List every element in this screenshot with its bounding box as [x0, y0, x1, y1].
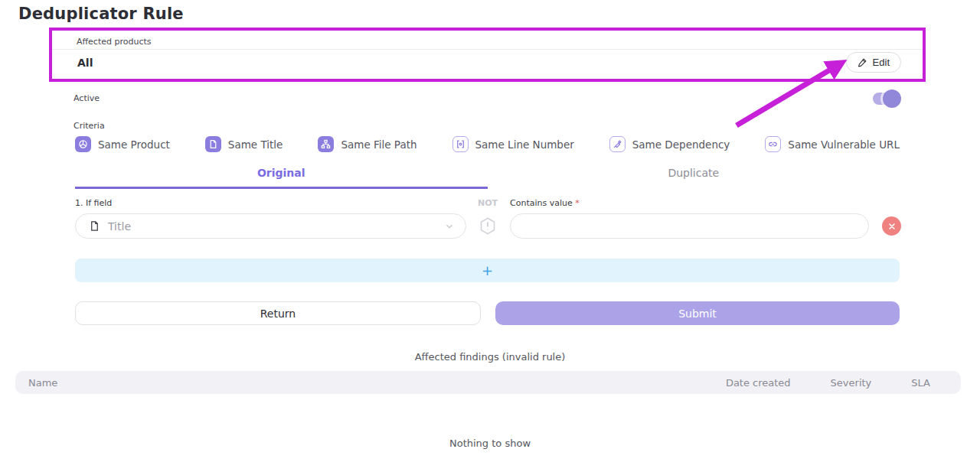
criterion-label: Same Product [98, 138, 170, 151]
empty-state-text: Nothing to show [0, 438, 980, 449]
plus-icon: + [482, 262, 493, 278]
criterion-label: Same Dependency [632, 138, 730, 151]
contains-value-input[interactable] [510, 213, 869, 239]
dependency-icon [609, 136, 626, 152]
divider [52, 49, 923, 50]
line-number-icon [452, 136, 469, 152]
criteria-label: Criteria [74, 121, 105, 131]
add-condition-button[interactable]: + [75, 259, 900, 282]
not-toggle-icon[interactable] [479, 216, 497, 236]
field-select-value: Title [108, 220, 436, 233]
submit-button[interactable]: Submit [495, 301, 900, 325]
criterion-same-dependency[interactable]: Same Dependency [609, 136, 730, 152]
criterion-label: Same Title [228, 138, 283, 151]
affected-products-panel: Affected products All Edit [49, 28, 926, 82]
document-icon [89, 220, 100, 232]
field-select[interactable]: Title [75, 213, 466, 239]
title-icon [205, 136, 221, 152]
criteria-row: Same Product Same Title Same File Path S… [75, 136, 900, 152]
deduplicator-rule-page: Deduplicator Rule Affected products All … [0, 0, 980, 475]
file-path-icon [318, 136, 334, 152]
if-field-label: 1. If field [75, 198, 112, 208]
affected-products-label: Affected products [77, 37, 152, 47]
column-date-created: Date created [726, 377, 791, 389]
pencil-icon [858, 57, 867, 67]
tab-original[interactable]: Original [75, 164, 488, 189]
active-label: Active [74, 93, 100, 103]
active-toggle[interactable] [873, 93, 899, 105]
edit-button[interactable]: Edit [846, 52, 901, 73]
findings-table-header: Name Date created Severity SLA [15, 371, 961, 394]
tab-duplicate[interactable]: Duplicate [488, 164, 900, 189]
required-asterisk: * [575, 198, 580, 208]
criterion-label: Same File Path [341, 138, 416, 151]
column-sla: SLA [911, 377, 930, 389]
criterion-label: Same Line Number [475, 138, 574, 151]
page-title: Deduplicator Rule [18, 5, 184, 23]
chevron-down-icon [444, 221, 455, 232]
column-severity: Severity [831, 377, 872, 389]
affected-findings-title: Affected findings (invalid rule) [0, 351, 980, 363]
criterion-same-line-number[interactable]: Same Line Number [452, 136, 574, 152]
original-duplicate-tabs: Original Duplicate [75, 164, 900, 189]
criterion-same-vulnerable-url[interactable]: Same Vulnerable URL [765, 136, 900, 152]
affected-products-value: All [77, 57, 93, 69]
criterion-same-product[interactable]: Same Product [75, 136, 170, 152]
return-button[interactable]: Return [75, 301, 481, 325]
vulnerable-url-icon [765, 136, 781, 152]
product-icon [75, 136, 91, 152]
column-name: Name [28, 377, 686, 389]
remove-condition-button[interactable] [882, 216, 901, 236]
close-icon [887, 222, 897, 231]
criterion-same-title[interactable]: Same Title [205, 136, 283, 152]
edit-button-label: Edit [873, 57, 890, 68]
criterion-same-file-path[interactable]: Same File Path [318, 136, 416, 152]
not-label: NOT [478, 198, 498, 208]
criterion-label: Same Vulnerable URL [788, 138, 900, 151]
contains-value-label: Contains value * [510, 198, 580, 208]
toggle-knob [883, 89, 901, 108]
